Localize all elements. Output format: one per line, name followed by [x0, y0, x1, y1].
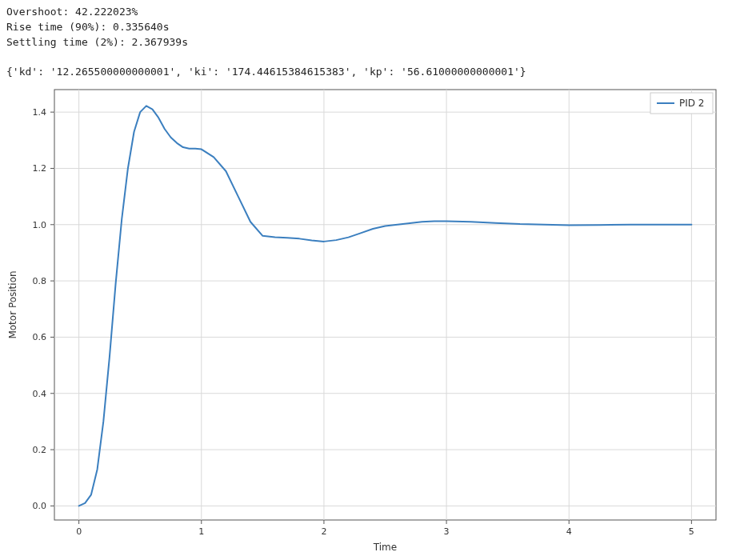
y-tick-label: 0.2	[33, 445, 47, 455]
settling-time-line: Settling time (2%): 2.367939s	[6, 36, 188, 48]
overshoot-line: Overshoot: 42.222023%	[6, 6, 138, 18]
y-tick-label: 0.4	[33, 389, 47, 399]
y-tick-label: 0.8	[33, 276, 47, 286]
metrics-output: Overshoot: 42.222023% Rise time (90%): 0…	[0, 0, 732, 82]
pid-response-chart: 0123450.00.20.40.60.81.01.21.4TimeMotor …	[0, 82, 732, 560]
chart-svg: 0123450.00.20.40.60.81.01.21.4TimeMotor …	[0, 82, 732, 560]
legend-label: PID 2	[679, 98, 704, 109]
x-tick-label: 5	[689, 526, 694, 537]
y-tick-label: 1.2	[33, 164, 47, 174]
y-axis-label: Motor Position	[7, 271, 18, 339]
x-axis-label: Time	[373, 542, 397, 553]
pid-params-line: {'kd': '12.265500000000001', 'ki': '174.…	[6, 66, 526, 78]
x-tick-label: 4	[566, 526, 572, 537]
series-line-pid2	[79, 106, 692, 506]
y-tick-label: 0.0	[33, 502, 47, 512]
x-tick-label: 0	[76, 526, 82, 537]
y-tick-label: 1.0	[33, 220, 47, 230]
x-tick-label: 2	[321, 526, 326, 537]
x-tick-label: 1	[198, 526, 204, 537]
y-tick-label: 0.6	[33, 333, 47, 343]
rise-time-line: Rise time (90%): 0.335640s	[6, 21, 170, 33]
plot-border	[54, 90, 716, 520]
y-tick-label: 1.4	[33, 107, 47, 118]
x-tick-label: 3	[444, 526, 450, 537]
